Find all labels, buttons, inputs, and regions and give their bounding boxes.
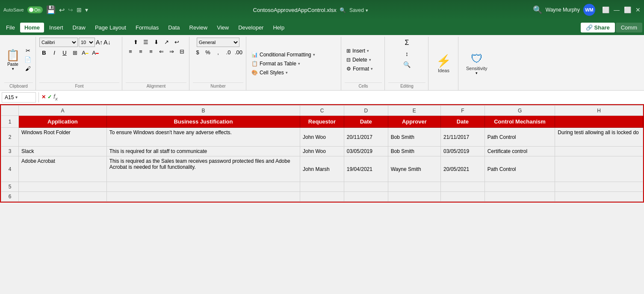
cell-reference-box[interactable]: A15 ▾ [2, 92, 36, 103]
cell-C3[interactable]: John Woo [300, 147, 344, 156]
quick-access-icon[interactable]: ▾ [85, 6, 88, 13]
cell-E6[interactable] [388, 192, 440, 202]
accounting-button[interactable]: $ [193, 48, 202, 56]
font-face-select[interactable]: Calibri [39, 38, 78, 47]
cell-E2[interactable]: Bob Smith [388, 128, 440, 147]
cell-styles-button[interactable]: 🎨 Cell Styles ▾ [250, 69, 338, 76]
avatar[interactable]: WM [583, 4, 595, 16]
cell-C5[interactable] [300, 182, 344, 192]
menu-formulas[interactable]: Formulas [131, 23, 163, 32]
corner-cell[interactable] [1, 106, 19, 116]
sensitivity-button[interactable]: 🛡 Sensitivity ▾ [462, 50, 492, 77]
cell-A5[interactable] [19, 182, 107, 192]
menu-draw[interactable]: Draw [68, 23, 90, 32]
cut-button[interactable]: ✂ [23, 47, 33, 55]
format-painter-button[interactable]: 🖌 [23, 65, 33, 73]
formula-input[interactable] [59, 92, 642, 103]
number-format-select[interactable]: General [197, 38, 239, 47]
cell-H5[interactable] [555, 182, 643, 192]
cell-E5[interactable] [388, 182, 440, 192]
format-button[interactable]: ⚙ Format ▾ [345, 65, 382, 73]
align-left-button[interactable]: ≡ [126, 47, 135, 56]
cell-D5[interactable] [344, 182, 388, 192]
cell-A3[interactable]: Slack [19, 147, 107, 156]
row-header-3[interactable]: 3 [1, 147, 19, 156]
ideas-button[interactable]: ⚡ Ideas [432, 52, 455, 75]
cell-ref-dropdown[interactable]: ▾ [15, 95, 18, 100]
cancel-formula-icon[interactable]: ✕ [41, 94, 46, 100]
cell-F2[interactable]: 21/11/2017 [441, 128, 485, 147]
decrease-decimal-button[interactable]: .0 [224, 48, 233, 56]
menu-review[interactable]: Review [185, 23, 212, 32]
menu-help[interactable]: Help [269, 23, 289, 32]
cell-G3[interactable]: Certificate control [484, 147, 555, 156]
col-header-F[interactable]: F [441, 106, 485, 116]
align-middle-button[interactable]: ☰ [141, 38, 151, 46]
cell-H2[interactable]: During testi allowing all is locked do [555, 128, 643, 147]
col-header-H[interactable]: H [555, 106, 643, 116]
angle-text-button[interactable]: ↗ [162, 38, 171, 46]
cell-H4[interactable] [555, 156, 643, 182]
cell-E1[interactable]: Approver [388, 116, 440, 128]
font-color-button[interactable]: A▬ [91, 48, 100, 57]
cell-B5[interactable] [106, 182, 300, 192]
sort-button[interactable]: ↕ [399, 49, 415, 59]
sum-button[interactable]: Σ [399, 38, 415, 48]
cell-G1[interactable]: Control Mechanism [484, 116, 555, 128]
cell-E3[interactable]: Bob Smith [388, 147, 440, 156]
cell-A1[interactable]: Application [19, 116, 107, 128]
cell-E4[interactable]: Wayne Smith [388, 156, 440, 182]
font-size-select[interactable]: 10 [79, 38, 95, 47]
redo-icon[interactable]: ↪ [68, 6, 73, 13]
col-header-B[interactable]: B [106, 106, 300, 116]
confirm-formula-icon[interactable]: ✓ [47, 94, 52, 100]
cell-D4[interactable]: 19/04/2021 [344, 156, 388, 182]
row-header-1[interactable]: 1 [1, 116, 19, 128]
col-header-E[interactable]: E [388, 106, 440, 116]
cell-H1[interactable] [555, 116, 643, 128]
cell-F5[interactable] [441, 182, 485, 192]
autosave-toggle[interactable]: On [27, 6, 43, 13]
cell-C4[interactable]: John Marsh [300, 156, 344, 182]
cell-D1[interactable]: Date [344, 116, 388, 128]
comma-button[interactable]: , [213, 48, 223, 56]
undo-icon[interactable]: ↩ [59, 6, 65, 14]
cell-C1[interactable]: Requestor [300, 116, 344, 128]
find-button[interactable]: 🔍 [399, 60, 415, 69]
cell-F6[interactable] [441, 192, 485, 202]
layout-icon[interactable]: ⊞ [77, 6, 82, 13]
increase-decimal-button[interactable]: .00 [234, 48, 243, 56]
percent-button[interactable]: % [203, 48, 213, 56]
cell-A4[interactable]: Adobe Acrobat [19, 156, 107, 182]
cell-D2[interactable]: 20/11/2017 [344, 128, 388, 147]
conditional-formatting-button[interactable]: 📊 Conditional Formatting ▾ [250, 51, 338, 59]
menu-file[interactable]: File [2, 23, 19, 32]
menu-home[interactable]: Home [20, 23, 44, 32]
row-header-4[interactable]: 4 [1, 156, 19, 182]
align-right-button[interactable]: ≡ [146, 47, 156, 56]
cell-F4[interactable]: 20/05/2021 [441, 156, 485, 182]
wrap-text-button[interactable]: ↩ [172, 38, 181, 46]
restore-icon[interactable]: ⬜ [602, 6, 609, 13]
decrease-font-icon[interactable]: A↓ [103, 39, 110, 46]
align-center-button[interactable]: ≡ [136, 47, 145, 56]
cell-A2[interactable]: Windows Root Folder [19, 128, 107, 147]
cell-D6[interactable] [344, 192, 388, 202]
cell-G5[interactable] [484, 182, 555, 192]
col-header-D[interactable]: D [344, 106, 388, 116]
cell-G2[interactable]: Path Control [484, 128, 555, 147]
col-header-A[interactable]: A [19, 106, 107, 116]
cell-F1[interactable]: Date [441, 116, 485, 128]
insert-button[interactable]: ⊞ Insert ▾ [345, 47, 382, 55]
close-icon[interactable]: ✕ [635, 6, 641, 13]
cell-B2[interactable]: To ensure Windows doesn't have any adver… [106, 128, 300, 147]
maximize-icon[interactable]: ⬜ [624, 6, 631, 13]
paste-button[interactable]: 📋 Paste ▾ [4, 47, 21, 73]
cell-B1[interactable]: Business Justification [106, 116, 300, 128]
copy-button[interactable]: 📄 [23, 56, 33, 64]
italic-button[interactable]: I [50, 48, 59, 57]
menu-insert[interactable]: Insert [45, 23, 68, 32]
insert-function-icon[interactable]: fx [53, 93, 58, 101]
menu-data[interactable]: Data [164, 23, 184, 32]
format-as-table-button[interactable]: 📋 Format as Table ▾ [250, 60, 338, 68]
